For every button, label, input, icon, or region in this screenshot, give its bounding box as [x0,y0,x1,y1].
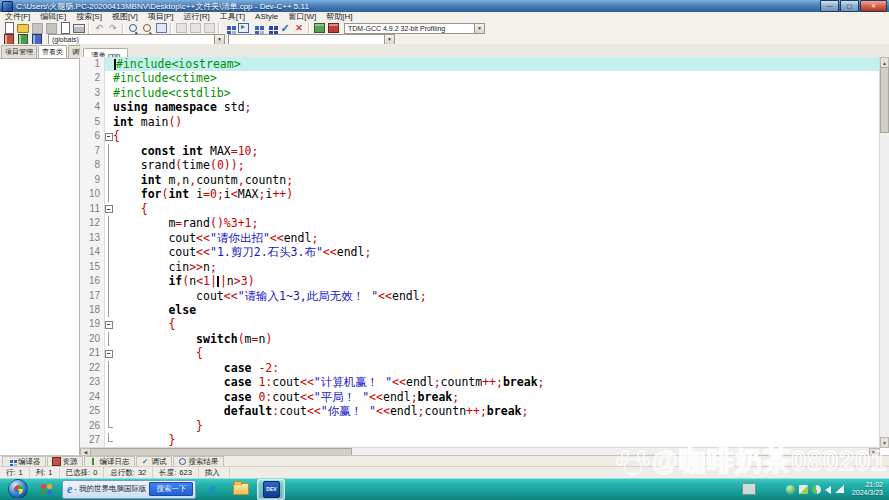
menu-item-E[interactable]: 编辑[E] [35,12,71,22]
rebuild-all-button[interactable] [265,22,278,34]
code-line[interactable]: 1#include<iostream> [80,57,880,71]
code-line[interactable]: 26 } [80,419,880,433]
code-line[interactable]: 3#include<cstdlib> [80,86,880,100]
code-line[interactable]: 15 cin>>n; [80,260,880,274]
fold-toggle-icon[interactable] [105,129,113,143]
code-line[interactable]: 8 srand(time(0)); [80,158,880,172]
taskbar-clock[interactable]: 21:02 2024/3/23 [852,481,883,497]
code-line[interactable]: 20 switch(m=n) [80,332,880,346]
menu-item-P[interactable]: 项目[P] [143,12,179,22]
code-text[interactable]: default:cout<<"你赢！ "<<endl;countn++;brea… [113,404,880,418]
code-text[interactable]: case 0:cout<<"平局！ "<<endl;break; [113,390,880,404]
taskbar-devcpp-button[interactable]: DEV [257,479,285,500]
code-line[interactable]: 5int main() [80,115,880,129]
code-text[interactable]: int m,n,countm,countn; [113,173,880,187]
code-line[interactable]: 23 case 1:cout<<"计算机赢！ "<<endl;countm++;… [80,375,880,389]
code-text[interactable]: } [113,433,880,447]
chevron-down-icon[interactable]: ▼ [214,35,224,44]
code-line[interactable]: 2#include<ctime> [80,71,880,85]
code-text[interactable]: if(n<1||n>3) [113,274,880,288]
code-line[interactable]: 22 case -2: [80,361,880,375]
sidebar-panel[interactable] [0,58,79,456]
menu-item-R[interactable]: 运行[R] [178,12,214,22]
abort-button[interactable]: ✕ [293,22,306,34]
remove-from-project-button[interactable] [203,22,216,34]
code-text[interactable]: #include<cstdlib> [113,86,880,100]
menu-item-W[interactable]: 窗口[W] [283,12,321,22]
code-line[interactable]: 17 cout<<"请输入1~3,此局无效！ "<<endl; [80,289,880,303]
undo-button[interactable]: ↶ [93,22,106,34]
fold-toggle-icon[interactable] [105,346,113,360]
taskbar-ie-button[interactable]: e [199,480,225,499]
code-text[interactable]: srand(time(0)); [113,158,880,172]
code-text[interactable]: case 1:cout<<"计算机赢！ "<<endl;countm++;bre… [113,375,880,389]
sidebar-tab-项目管理[interactable]: 项目管理 [1,45,37,58]
profile-analysis-button[interactable] [313,22,326,34]
compile-button[interactable] [223,22,236,34]
close-file-button[interactable] [59,22,72,34]
chevron-down-icon[interactable]: ▼ [474,24,484,33]
search-button[interactable]: 搜索一下 [149,482,193,496]
code-text[interactable]: { [113,202,880,216]
tray-status-icon[interactable] [786,485,795,494]
code-line[interactable]: 10 for(int i=0;i<MAX;i++) [80,187,880,201]
code-line[interactable]: 19 { [80,317,880,331]
globals-select[interactable]: (globals) ▼ [48,34,225,45]
code-line[interactable]: 21 { [80,346,880,360]
fold-toggle-icon[interactable] [105,317,113,331]
taskbar-app-icon[interactable] [38,481,54,497]
code-text[interactable]: { [113,317,880,331]
new-project-button[interactable] [175,22,188,34]
maximize-button[interactable]: ▢ [840,0,859,12]
code-text[interactable]: } [113,419,880,433]
start-button[interactable] [8,479,28,499]
code-text[interactable]: int main() [113,115,880,129]
code-text[interactable]: cout<<"请你出招"<<endl; [113,231,880,245]
code-text[interactable]: const int MAX=10; [113,144,880,158]
delete-profiling-button[interactable] [327,22,340,34]
code-line[interactable]: 9 int m,n,countm,countn; [80,173,880,187]
run-button[interactable] [237,22,250,34]
find-button[interactable] [127,22,140,34]
code-line[interactable]: 4using namespace std; [80,100,880,114]
code-line[interactable]: 16 if(n<1||n>3) [80,274,880,288]
members-select[interactable]: ▼ [228,34,395,45]
sidebar-tab-查看类[interactable]: 查看类 [38,45,67,58]
compile-and-run-button[interactable] [251,22,264,34]
code-text[interactable]: cin>>n; [113,260,880,274]
fold-toggle-icon[interactable] [105,202,113,216]
code-text[interactable]: { [113,346,880,360]
code-text[interactable]: switch(m=n) [113,332,880,346]
menu-item-F[interactable]: 文件[F] [0,12,35,22]
menu-item-S[interactable]: 搜索[S] [71,12,107,22]
code-text[interactable]: #include<iostream> [113,57,880,71]
code-line[interactable]: 11 { [80,202,880,216]
code-text[interactable]: cout<<"请输入1~3,此局无效！ "<<endl; [113,289,880,303]
save-all-button[interactable] [45,22,58,34]
vertical-scrollbar[interactable]: ▲ ▼ [879,57,889,448]
compiler-select[interactable]: TDM-GCC 4.9.2 32-bit Profiling▼ [344,23,485,34]
code-text[interactable]: cout<<"1.剪刀2.石头3.布"<<endl; [113,245,880,259]
code-line[interactable]: 25 default:cout<<"你赢！ "<<endl;countn++;b… [80,404,880,418]
title-bar[interactable]: C:\Users\火腿肠.PC-20200413MBNV\Desktop\c++… [0,0,889,12]
scroll-down-icon[interactable]: ▼ [880,437,889,448]
debug-button[interactable]: ✓ [279,22,292,34]
replace-button[interactable] [141,22,154,34]
volume-icon[interactable] [825,486,831,494]
menu-item-V[interactable]: 视图[V] [107,12,143,22]
goto-line-button[interactable] [155,22,168,34]
redo-button[interactable]: ↷ [107,22,120,34]
chevron-down-icon[interactable]: ▼ [384,35,394,44]
code-line[interactable]: 24 case 0:cout<<"平局！ "<<endl;break; [80,390,880,404]
add-to-project-button[interactable] [189,22,202,34]
code-text[interactable]: else [113,303,880,317]
code-text[interactable]: using namespace std; [113,100,880,114]
taskbar-ie-window-button[interactable]: e - 我的世界电脑国际版 搜索一下 [62,480,196,499]
code-line[interactable]: 27 } [80,433,880,447]
menu-item-H[interactable]: 帮助[H] [321,12,357,22]
code-line[interactable]: 6{ [80,129,880,143]
code-text[interactable]: case -2: [113,361,880,375]
print-button[interactable] [73,22,86,34]
code-editor[interactable]: 1#include<iostream>2#include<ctime>3#inc… [80,57,880,448]
network-icon[interactable] [835,485,844,493]
